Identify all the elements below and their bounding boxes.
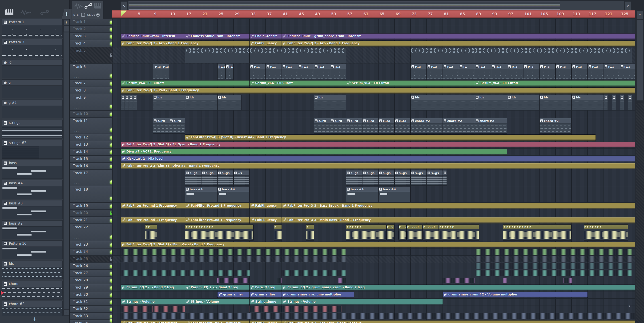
- pattern-name[interactable]: ●g: [2, 80, 62, 86]
- auto-clip[interactable]: Param. EQ 2 - grum_snare_cram - Band 7 f…: [282, 284, 635, 291]
- track-name[interactable]: Track 3: [73, 34, 86, 38]
- pattern-name[interactable]: chord: [2, 281, 62, 287]
- pattern-item[interactable]: Pattern 3: [2, 39, 62, 58]
- midi-clip[interactable]: [121, 94, 125, 110]
- track-header[interactable]: Track 22...: [70, 224, 117, 241]
- midi-clip[interactable]: P..3: [588, 64, 604, 80]
- track-header[interactable]: Track 5...: [70, 48, 117, 64]
- pattern-item[interactable]: chord: [2, 281, 62, 300]
- track-header[interactable]: Track 32: [70, 306, 117, 313]
- auto-clip[interactable]: FabFi..uency: [250, 203, 282, 209]
- auto-clip[interactable]: String..lume: [250, 299, 282, 305]
- midi-clip[interactable]: lds: [153, 94, 185, 110]
- auto-clip[interactable]: FabFilter Pro..nd 1 Frequency: [185, 203, 250, 209]
- auto-clip[interactable]: Endless Smile..ram - Intensit: [185, 33, 250, 40]
- stripe-clip[interactable]: [443, 278, 475, 284]
- track-lane[interactable]: FabFilter Pro..nd 1 FrequencyFabFilter P…: [112, 203, 635, 210]
- midi-clip[interactable]: s..gs: [346, 170, 362, 186]
- stripe-clip[interactable]: [217, 278, 250, 284]
- midi-clip[interactable]: ..s: [234, 170, 250, 186]
- track-sub-lane-label[interactable]: ...: [74, 181, 79, 185]
- audio-clip[interactable]: ▶ ..T: [398, 224, 406, 241]
- x-clip[interactable]: [475, 48, 632, 63]
- auto-clip[interactable]: Diva #7 - VCF1: Frequency: [121, 149, 507, 155]
- track-lane[interactable]: FabFilter Pro..nd 1 FrequencyFabFilter P…: [112, 217, 635, 224]
- track-header[interactable]: Track 30: [70, 292, 117, 298]
- track-header[interactable]: Track 9...: [70, 94, 117, 110]
- track-header[interactable]: Track 25: [70, 256, 117, 262]
- waveform-tool-icon[interactable]: [74, 3, 83, 9]
- track-name[interactable]: Track 32: [73, 307, 88, 311]
- midi-clip[interactable]: s..gs: [362, 170, 378, 186]
- midi-clip[interactable]: P..3: [161, 64, 169, 80]
- stripe-clip[interactable]: [338, 278, 346, 284]
- track-lane[interactable]: grum_s..liergrum_s..liergrum_snare_cra..…: [112, 292, 635, 298]
- track-name[interactable]: Track 29: [73, 285, 88, 290]
- midi-clip[interactable]: chord #2: [410, 118, 443, 134]
- track-name[interactable]: Track 31: [73, 300, 88, 304]
- track-lane[interactable]: FabFilter Pro..nd 1 FrequencyFabFilter P…: [112, 320, 635, 323]
- auto-clip[interactable]: grum_s..lier: [250, 292, 282, 298]
- stripe-clip[interactable]: [121, 249, 346, 255]
- track-lane[interactable]: Serum_x64 - Fil CutoffSerum_x64 - Fil Cu…: [112, 80, 635, 87]
- stripe-clip[interactable]: [121, 314, 635, 319]
- track-lane[interactable]: c..rdc..rdc..rdc..rdc..rdc..rdc..rdc..rd…: [112, 118, 635, 134]
- slide-link-tool-icon[interactable]: [84, 3, 92, 9]
- midi-clip[interactable]: s..gs: [427, 170, 443, 186]
- midi-clip[interactable]: lds: [475, 94, 507, 110]
- track-lane[interactable]: [112, 256, 635, 263]
- auto-clip[interactable]: FabFi..uency: [250, 217, 282, 224]
- audio-clip[interactable]: ▶ U..T: [406, 224, 422, 241]
- scroll-up-button[interactable]: ⌃: [636, 11, 644, 19]
- pattern-name[interactable]: Pattern 3: [2, 39, 62, 46]
- track-header[interactable]: Track 20: [70, 210, 117, 217]
- pattern-item[interactable]: Pattern 16: [2, 240, 62, 259]
- midi-clip[interactable]: c..rd: [330, 118, 346, 134]
- track-header[interactable]: Track 29: [70, 284, 117, 291]
- midi-clip[interactable]: [628, 94, 632, 110]
- midi-clip[interactable]: s..gs: [410, 170, 427, 186]
- midi-clip[interactable]: P..3: [410, 64, 427, 80]
- slide-radio[interactable]: [96, 13, 100, 17]
- track-header[interactable]: Track 18...: [70, 186, 117, 202]
- track-sub-lane-label[interactable]: ...: [74, 58, 79, 62]
- stripe-clip[interactable]: [475, 249, 632, 255]
- auto-clip[interactable]: grum_s..lier: [217, 292, 250, 298]
- track-header[interactable]: Track 14: [70, 148, 117, 156]
- auto-clip[interactable]: FabFilter Pro-Q 3 (Slot 5) - Diva #7 - B…: [121, 163, 635, 169]
- track-name[interactable]: Track 11: [73, 119, 88, 123]
- midi-clip[interactable]: chord #2: [443, 118, 475, 134]
- pattern-name[interactable]: Pattern 16: [2, 240, 62, 247]
- piano-tool-icon[interactable]: [94, 3, 101, 8]
- midi-clip[interactable]: s..gs: [185, 170, 201, 186]
- pattern-item[interactable]: bass #2: [2, 220, 62, 239]
- midi-clip[interactable]: [612, 94, 616, 110]
- track-lane[interactable]: Diva #7 - VCF1: Frequency: [112, 148, 635, 156]
- midi-clip[interactable]: P..3: [427, 64, 443, 80]
- track-name[interactable]: Track 24: [73, 250, 88, 254]
- audio-clip[interactable]: ▶▶: [145, 224, 157, 241]
- auto-clip[interactable]: FabFilter Pro-Q 3 (Slot 8) - PL Open - B…: [121, 142, 635, 148]
- stripe-clip[interactable]: [278, 278, 282, 284]
- automation-link-icon[interactable]: [40, 10, 49, 15]
- auto-clip[interactable]: FabFilter Pro-Q 3 - Arp - Band 1 Frequen…: [121, 40, 250, 47]
- track-lane[interactable]: [112, 48, 635, 64]
- midi-clip[interactable]: P..3: [523, 64, 539, 80]
- midi-clip[interactable]: P..1: [620, 64, 635, 80]
- auto-clip[interactable]: Param. EQ 2 -..- Band 7 freq: [185, 284, 250, 291]
- pattern-item[interactable]: bass #4: [2, 180, 62, 199]
- track-lane[interactable]: s..gss..gss..gs..ss..gss..gss..gss..gss.…: [112, 170, 635, 186]
- track-sub-lane-label[interactable]: ...: [74, 129, 79, 133]
- track-name[interactable]: Track 33: [73, 314, 88, 318]
- track-header[interactable]: Track 17...: [70, 170, 117, 186]
- pattern-name[interactable]: Pattern 1: [2, 19, 62, 25]
- audio-clip[interactable]: ▶ U..T: [422, 224, 439, 241]
- midi-clip[interactable]: [620, 94, 624, 110]
- timeline-ruler[interactable]: 5913172125293337414549535761656973778185…: [112, 10, 635, 18]
- midi-clip[interactable]: P..1: [604, 64, 620, 80]
- auto-clip[interactable]: FabFilter Pro-Q 3 - Arp - Band 1 Frequen…: [282, 40, 635, 47]
- track-sub-lane-label[interactable]: ...: [74, 75, 79, 78]
- track-lane[interactable]: FabFilter Pro-Q 3 - Arp - Band 1 Frequen…: [112, 40, 635, 48]
- track-header[interactable]: Track 16: [70, 163, 117, 170]
- midi-clip[interactable]: c..rd: [153, 118, 169, 134]
